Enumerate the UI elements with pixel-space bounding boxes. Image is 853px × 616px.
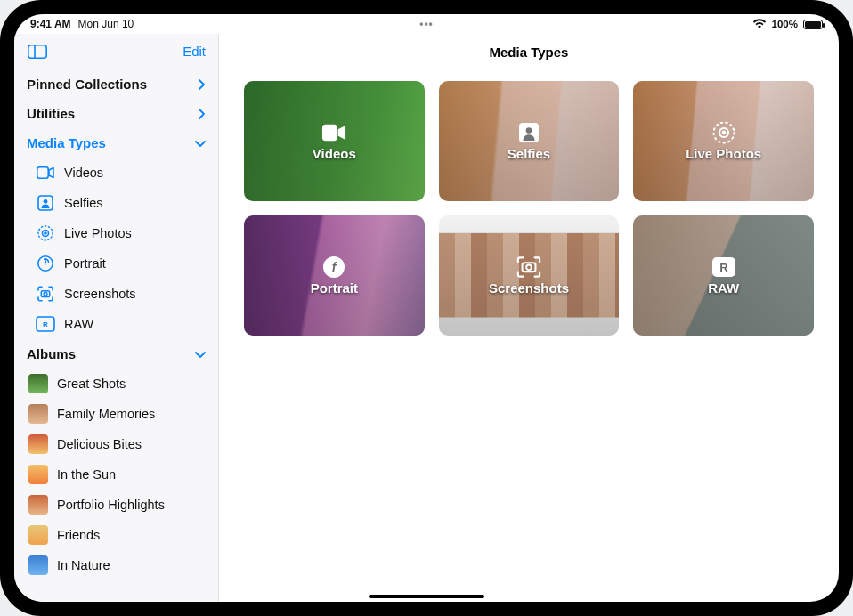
sidebar-section-pinned[interactable]: Pinned Collections: [14, 69, 218, 99]
sidebar-item-label: In Nature: [57, 558, 110, 572]
live-photos-icon: [36, 223, 55, 243]
sidebar-item-label: Live Photos: [64, 226, 132, 240]
card-label: Videos: [313, 146, 356, 161]
chevron-right-icon: [197, 109, 206, 119]
ipad-frame: 9:41 AM Mon Jun 10 ••• 100%: [0, 0, 853, 616]
chevron-right-icon: [197, 79, 206, 90]
album-thumbnail: [28, 525, 48, 545]
section-label: Pinned Collections: [27, 77, 147, 92]
album-thumbnail: [28, 465, 48, 484]
selfie-icon: [36, 193, 55, 213]
card-videos[interactable]: Videos: [244, 81, 425, 201]
sidebar-scroll[interactable]: Pinned Collections Utilities: [14, 69, 218, 602]
section-label: Media Types: [27, 135, 106, 150]
screen: 9:41 AM Mon Jun 10 ••• 100%: [14, 14, 839, 602]
live-photos-icon: [711, 121, 736, 144]
media-type-grid: Videos Selfies: [219, 65, 839, 352]
svg-rect-0: [28, 45, 46, 57]
card-raw[interactable]: R RAW: [633, 215, 814, 336]
sidebar-item-videos[interactable]: Videos: [14, 158, 218, 188]
battery-icon: [803, 20, 823, 29]
raw-icon: R: [36, 314, 55, 334]
video-icon: [36, 163, 55, 182]
sidebar-item-label: Friends: [57, 528, 100, 542]
sidebar-item-selfies[interactable]: Selfies: [14, 188, 218, 218]
main-panel: Media Types Videos: [219, 34, 839, 602]
card-label: RAW: [708, 280, 739, 296]
video-icon: [321, 121, 346, 144]
svg-text:R: R: [43, 320, 48, 328]
svg-point-16: [526, 127, 532, 134]
sidebar-album-in-nature[interactable]: In Nature: [14, 550, 218, 580]
screenshot-icon: [516, 255, 541, 279]
card-screenshots[interactable]: Screenshots: [439, 215, 620, 336]
card-label: Screenshots: [489, 280, 569, 296]
album-thumbnail: [28, 374, 48, 393]
section-label: Albums: [27, 346, 76, 361]
sidebar-album-in-the-sun[interactable]: In the Sun: [14, 459, 218, 490]
edit-button[interactable]: Edit: [183, 44, 206, 59]
card-label: Selfies: [508, 146, 550, 161]
sidebar-toggle-icon[interactable]: [27, 44, 48, 60]
svg-point-6: [44, 231, 47, 235]
sidebar-item-label: Family Memories: [57, 407, 155, 421]
sidebar-item-label: Selfies: [64, 196, 103, 210]
page-title: Media Types: [219, 34, 839, 65]
svg-point-23: [526, 265, 532, 271]
album-thumbnail: [28, 555, 48, 575]
sidebar-item-label: Great Shots: [57, 377, 126, 391]
sidebar-album-great-shots[interactable]: Great Shots: [14, 369, 218, 399]
app-content: Edit Pinned Collections Utilities: [14, 34, 839, 602]
selfie-icon: [516, 121, 541, 144]
svg-text:R: R: [719, 261, 728, 274]
svg-rect-2: [37, 167, 48, 178]
card-portrait[interactable]: f Portrait: [244, 215, 425, 336]
sidebar-item-label: Screenshots: [64, 287, 136, 301]
album-thumbnail: [28, 404, 48, 424]
sidebar-item-screenshots[interactable]: Screenshots: [14, 279, 218, 309]
home-indicator[interactable]: [369, 595, 484, 598]
sidebar-section-utilities[interactable]: Utilities: [14, 99, 218, 128]
sidebar-item-portrait[interactable]: f Portrait: [14, 248, 218, 279]
section-label: Utilities: [27, 106, 75, 121]
wifi-icon: [752, 19, 767, 29]
sidebar-section-media-types[interactable]: Media Types: [14, 128, 218, 158]
svg-point-4: [44, 199, 48, 204]
sidebar-item-label: Portfolio Highlights: [57, 498, 165, 512]
card-label: Portrait: [311, 280, 358, 296]
card-selfies[interactable]: Selfies: [439, 81, 620, 201]
sidebar-album-friends[interactable]: Friends: [14, 520, 218, 550]
sidebar-album-family-memories[interactable]: Family Memories: [14, 399, 218, 429]
card-label: Live Photos: [686, 146, 761, 161]
portrait-icon: f: [36, 254, 55, 273]
status-date: Mon Jun 10: [78, 18, 134, 30]
battery-percent: 100%: [772, 19, 798, 29]
card-live-photos[interactable]: Live Photos: [633, 81, 814, 201]
sidebar-item-label: RAW: [64, 317, 93, 331]
album-thumbnail: [28, 434, 48, 454]
multitask-dots-icon[interactable]: •••: [419, 18, 434, 30]
svg-rect-14: [322, 125, 337, 142]
chevron-down-icon: [195, 139, 206, 148]
svg-point-11: [44, 292, 47, 296]
sidebar: Edit Pinned Collections Utilities: [14, 34, 219, 602]
sidebar-item-label: Videos: [64, 166, 103, 180]
svg-point-18: [721, 131, 726, 135]
sidebar-section-albums[interactable]: Albums: [14, 339, 218, 369]
sidebar-item-label: Portrait: [64, 256, 106, 271]
album-thumbnail: [28, 495, 48, 515]
screenshot-icon: [36, 284, 55, 304]
status-time: 9:41 AM: [30, 18, 71, 30]
sidebar-item-label: In the Sun: [57, 467, 116, 482]
status-bar: 9:41 AM Mon Jun 10 ••• 100%: [14, 14, 839, 34]
sidebar-item-live-photos[interactable]: Live Photos: [14, 218, 218, 248]
sidebar-toolbar: Edit: [14, 34, 218, 69]
sidebar-item-raw[interactable]: R RAW: [14, 309, 218, 339]
svg-text:f: f: [45, 260, 47, 266]
portrait-icon: f: [321, 255, 346, 279]
sidebar-item-label: Delicious Bites: [57, 437, 142, 451]
sidebar-album-delicious-bites[interactable]: Delicious Bites: [14, 429, 218, 459]
sidebar-album-portfolio-highlights[interactable]: Portfolio Highlights: [14, 490, 218, 520]
raw-icon: R: [711, 255, 736, 279]
chevron-down-icon: [195, 350, 206, 359]
